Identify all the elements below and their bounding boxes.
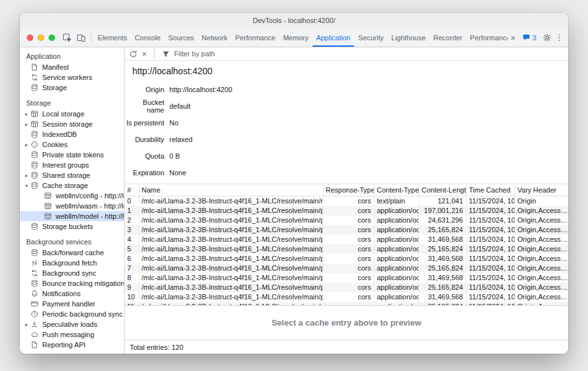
sidebar-item-reporting-api[interactable]: Reporting API <box>20 340 124 350</box>
sidebar-item-push-messaging[interactable]: Push messaging <box>20 329 124 340</box>
tab-lighthouse[interactable]: Lighthouse <box>387 28 429 47</box>
filter-by-path-input[interactable] <box>174 50 315 58</box>
sidebar-item-private-state-tokens[interactable]: Private state tokens <box>20 150 124 160</box>
cell-content-length: 31,469,568 <box>419 254 466 264</box>
tab-sources[interactable]: Sources <box>164 28 197 47</box>
cell-time-cached: 11/15/2024, 10… <box>466 292 514 302</box>
tab-performance[interactable]: Performance <box>231 28 279 47</box>
sidebar-item-shared-storage[interactable]: ▸Shared storage <box>20 170 124 180</box>
column-header-num[interactable]: # <box>125 184 139 196</box>
tab-elements[interactable]: Elements <box>94 28 131 47</box>
sidebar-item-webllm-wasm-http-loca[interactable]: webllm/wasm - http://loca… <box>20 201 124 211</box>
tab-performance-insights[interactable]: Performance insights <box>466 28 507 47</box>
sidebar-item-cookies[interactable]: ▸Cookies <box>20 139 124 150</box>
sidebar-item-local-storage[interactable]: ▸Local storage <box>20 109 124 119</box>
cache-entry-row-3[interactable]: 3/mlc-ai/Llama-3.2-3B-Instruct-q4f16_1-M… <box>125 225 568 235</box>
cell-vary-header: Origin,Access… <box>514 216 568 225</box>
minimize-window-button[interactable] <box>38 35 44 41</box>
column-header-time-cached[interactable]: Time Cached <box>466 184 514 196</box>
cache-entry-row-9[interactable]: 9/mlc-ai/Llama-3.2-3B-Instruct-q4f16_1-M… <box>125 283 568 292</box>
sidebar-item-cache-storage[interactable]: ▾Cache storage <box>20 180 124 191</box>
sidebar-item-periodic-background-sync[interactable]: Periodic background sync <box>20 309 124 319</box>
column-header-response-type[interactable]: Response-Type <box>323 184 374 196</box>
cache-entry-row-6[interactable]: 6/mlc-ai/Llama-3.2-3B-Instruct-q4f16_1-M… <box>125 254 568 264</box>
cell-vary-header: Origin,Access… <box>514 235 568 244</box>
cell-vary-header: Origin <box>514 196 568 206</box>
cell-name: /mlc-ai/Llama-3.2-3B-Instruct-q4f16_1-ML… <box>139 216 323 225</box>
sidebar-item-service-workers[interactable]: Service workers <box>20 72 124 83</box>
zoom-window-button[interactable] <box>49 35 55 41</box>
close-window-button[interactable] <box>27 35 33 41</box>
database-icon <box>30 249 39 257</box>
sidebar-item-speculative-loads[interactable]: ▸Speculative loads <box>20 319 124 329</box>
cache-entry-row-10[interactable]: 10/mlc-ai/Llama-3.2-3B-Instruct-q4f16_1-… <box>125 292 568 302</box>
total-entries-label: Total entries: 120 <box>130 343 183 351</box>
cache-entry-row-7[interactable]: 7/mlc-ai/Llama-3.2-3B-Instruct-q4f16_1-M… <box>125 264 568 273</box>
updown-icon <box>30 259 39 267</box>
tab-security[interactable]: Security <box>354 28 387 47</box>
window-titlebar[interactable]: DevTools - localhost:4200/ <box>20 13 568 28</box>
issues-button[interactable]: 3 <box>518 28 540 47</box>
more-options-icon[interactable]: ⋮ <box>554 28 568 47</box>
sidebar-item-webllm-config-http-loc[interactable]: webllm/config - http://loc… <box>20 191 124 201</box>
cell-num: 9 <box>125 283 139 292</box>
sidebar-item-label: Notifications <box>42 290 81 297</box>
sidebar-section-storage: Storage <box>20 98 124 109</box>
tab-network[interactable]: Network <box>198 28 231 47</box>
chevron-right-icon[interactable]: ▸ <box>23 173 30 178</box>
cell-num: 4 <box>125 235 139 244</box>
tab-recorder[interactable]: Recorder <box>429 28 466 47</box>
refresh-icon[interactable] <box>129 50 137 58</box>
column-header-name[interactable]: Name <box>139 184 323 196</box>
cell-content-type: application/oc… <box>374 283 419 292</box>
sidebar-item-webllm-model-http-loc[interactable]: webllm/model - http://loc… <box>20 211 124 221</box>
sidebar-item-background-fetch[interactable]: Background fetch <box>20 258 124 268</box>
cell-content-length: 197,001,216 <box>419 206 466 216</box>
filter-icon[interactable] <box>162 50 170 58</box>
cache-entry-row-8[interactable]: 8/mlc-ai/Llama-3.2-3B-Instruct-q4f16_1-M… <box>125 273 568 283</box>
sidebar-item-session-storage[interactable]: ▸Session storage <box>20 119 124 129</box>
more-tabs-button[interactable]: » <box>507 28 518 47</box>
sidebar-item-storage[interactable]: Storage <box>20 83 124 93</box>
sidebar-item-back-forward-cache[interactable]: Back/forward cache <box>20 248 124 258</box>
tab-memory[interactable]: Memory <box>279 28 313 47</box>
tab-application[interactable]: Application <box>313 28 355 47</box>
sidebar-item-notifications[interactable]: Notifications <box>20 288 124 299</box>
sidebar-item-label: Storage buckets <box>42 223 93 230</box>
column-header-content-type[interactable]: Content-Type <box>374 184 419 196</box>
column-header-vary-header[interactable]: Vary Header <box>514 184 568 196</box>
chevron-right-icon[interactable]: ▸ <box>23 322 30 328</box>
cache-entry-row-5[interactable]: 5/mlc-ai/Llama-3.2-3B-Instruct-q4f16_1-M… <box>125 244 568 254</box>
chevron-right-icon[interactable]: ▸ <box>23 122 30 127</box>
clear-icon[interactable]: × <box>142 50 147 58</box>
tab-label: Memory <box>283 34 309 42</box>
cell-response-type: cors <box>323 292 374 302</box>
tab-console[interactable]: Console <box>131 28 164 47</box>
chevron-right-icon[interactable]: ▸ <box>23 111 30 117</box>
metadata-row-is-persistent: Is persistentNo <box>125 114 568 131</box>
cell-content-type: application/oc… <box>374 216 419 225</box>
sidebar-item-bounce-tracking-mitigations[interactable]: Bounce tracking mitigations <box>20 278 124 288</box>
sidebar-item-payment-handler[interactable]: Payment handler <box>20 299 124 309</box>
sidebar-item-manifest[interactable]: Manifest <box>20 62 124 72</box>
metadata-row-bucket-name: Bucket namedefault <box>125 98 568 114</box>
sidebar-item-background-sync[interactable]: Background sync <box>20 268 124 278</box>
chevron-down-icon[interactable]: ▾ <box>23 183 30 189</box>
sidebar-item-storage-buckets[interactable]: Storage buckets <box>20 221 124 232</box>
cookie-icon <box>30 141 39 149</box>
device-toolbar-icon[interactable] <box>74 28 88 47</box>
sidebar-item-interest-groups[interactable]: Interest groups <box>20 160 124 170</box>
cache-entry-row-4[interactable]: 4/mlc-ai/Llama-3.2-3B-Instruct-q4f16_1-M… <box>125 235 568 244</box>
cache-entry-row-2[interactable]: 2/mlc-ai/Llama-3.2-3B-Instruct-q4f16_1-M… <box>125 216 568 225</box>
settings-gear-icon[interactable] <box>540 28 554 47</box>
doc-icon <box>30 341 39 349</box>
chevron-right-icon[interactable]: ▸ <box>23 142 30 148</box>
cache-entry-row-1[interactable]: 1/mlc-ai/Llama-3.2-3B-Instruct-q4f16_1-M… <box>125 206 568 216</box>
sidebar-item-indexeddb[interactable]: IndexedDB <box>20 129 124 139</box>
cell-content-length: 24,631,296 <box>419 216 466 225</box>
inspect-element-icon[interactable] <box>60 28 74 47</box>
column-header-content-length[interactable]: Content-Length <box>419 184 466 196</box>
clock-icon <box>30 310 39 319</box>
sidebar-item-label: Back/forward cache <box>42 249 104 257</box>
cache-entry-row-0[interactable]: 0/mlc-ai/Llama-3.2-3B-Instruct-q4f16_1-M… <box>125 196 568 206</box>
